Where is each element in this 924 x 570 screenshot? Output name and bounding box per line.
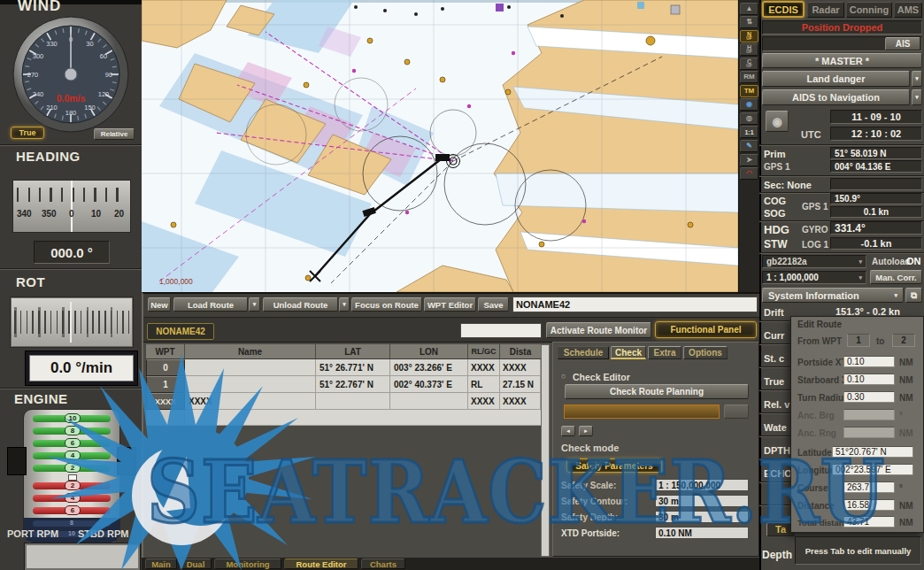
scale-1to1-button[interactable]: 1:1 (740, 126, 758, 138)
lon-cell[interactable]: 003° 23.266' E (390, 359, 468, 376)
dist-cell[interactable]: 27.15 N (500, 376, 541, 393)
master-button[interactable]: * MASTER * (762, 53, 922, 68)
lat-cell[interactable]: 51° 26.771' N (316, 359, 390, 376)
route-tab-noname42[interactable]: NONAME42 (147, 323, 214, 340)
to-wpt-field[interactable]: 2 (892, 334, 915, 347)
name-cell[interactable] (185, 359, 316, 376)
tab-dual[interactable]: Dual (180, 558, 212, 569)
longitude-field[interactable]: 002°23.597' E (832, 464, 913, 475)
range-ring-button[interactable]: ◎ (740, 112, 758, 125)
dist-cell[interactable]: XXXX (500, 359, 541, 376)
distance-field[interactable]: 16.58 (843, 499, 895, 511)
table-row[interactable]: 0 51° 26.771' N 003° 23.266' E XXXX XXXX (146, 359, 541, 376)
route-icon[interactable]: ▲ (740, 3, 758, 15)
man-corr-button[interactable]: Man. Corr. (870, 270, 922, 284)
north-up-button[interactable]: NUP (740, 30, 758, 42)
check-progress-side-button[interactable] (724, 404, 749, 419)
table-row[interactable]: 1 51° 22.767' N 002° 40.373' E RL 27.15 … (146, 376, 541, 393)
relative-motion-button[interactable]: RM (740, 71, 758, 83)
turn-radius-field[interactable]: 0.30 (843, 391, 895, 403)
latitude-field[interactable]: 51°20.767' N (832, 446, 913, 458)
wpt-number-cell[interactable]: 0 (146, 359, 185, 376)
unload-route-button[interactable]: Unload Route (263, 297, 338, 312)
col-header-lat[interactable]: LAT (316, 344, 390, 359)
focus-on-route-button[interactable]: Focus on Route (351, 297, 422, 312)
safety-contour-value[interactable]: 30 m (655, 495, 749, 507)
table-row[interactable]: XXXX XXXX XXXX XXXX (146, 393, 541, 410)
load-route-button[interactable]: Load Route (173, 297, 248, 312)
updown-arrows-icon[interactable]: ⇅ (740, 16, 758, 28)
tab-charts[interactable]: Charts (361, 558, 405, 569)
nautical-chart[interactable]: 1,000,000 (142, 0, 738, 292)
system-information-button[interactable]: System Information ▾ (762, 288, 904, 303)
true-motion-button[interactable]: TM (740, 85, 758, 97)
rlgc-cell[interactable]: XXXX (468, 359, 500, 376)
wind-relative-button[interactable]: Relative (94, 128, 135, 140)
table-scrollbar[interactable] (541, 344, 550, 557)
lon-cell[interactable] (390, 393, 468, 410)
safety-parameters-button[interactable]: Safety Parameters (566, 458, 662, 473)
wpt-number-cell[interactable]: XXXX (146, 393, 185, 410)
functional-panel-button[interactable]: Functional Panel (655, 321, 757, 338)
chart-scale-select[interactable]: 1 : 1,000,000 ▾ (762, 271, 866, 284)
name-cell[interactable]: XXXX (185, 393, 316, 410)
save-route-button[interactable]: Save (478, 297, 509, 312)
starboard-xtd-field[interactable]: 0.10 (843, 374, 895, 385)
total-distance-field[interactable]: 43.71 (843, 516, 895, 528)
land-danger-button[interactable]: Land danger (762, 71, 910, 87)
col-header-dist[interactable]: Dista (500, 344, 541, 359)
course-up-button[interactable]: CUP (740, 58, 758, 70)
autoload-state[interactable]: ON (906, 256, 921, 266)
wpt-number-cell[interactable]: 1 (146, 376, 185, 393)
safety-scale-value[interactable]: 1 : 150,000,000 (655, 479, 749, 491)
lon-cell[interactable]: 002° 40.373' E (390, 376, 468, 393)
unload-route-dropdown[interactable]: ▾ (339, 297, 350, 312)
route-name-input[interactable] (512, 297, 758, 312)
lat-cell[interactable]: 51° 22.767' N (316, 376, 390, 393)
chart-id-select[interactable]: gb22182a ▾ (762, 255, 866, 268)
check-editor-radio[interactable]: ○ (561, 372, 566, 381)
tab-ecdis[interactable]: ECDIS (762, 1, 805, 18)
aids-to-navigation-dropdown[interactable]: ▾ (912, 89, 922, 105)
prev-check-button[interactable]: ◄ (561, 426, 575, 436)
rlgc-cell[interactable]: RL (468, 376, 500, 393)
tab-route-editor[interactable]: Route Editor (284, 558, 358, 569)
route-comment-field[interactable] (460, 323, 542, 338)
next-check-button[interactable]: ► (579, 426, 593, 436)
col-header-rlgc[interactable]: RL/GC (468, 344, 500, 359)
portside-xtd-field[interactable]: 0.10 (843, 356, 895, 367)
xtd-portside-value[interactable]: 0.10 NM (655, 527, 749, 539)
wpt-editor-button[interactable]: WPT Editor (424, 297, 476, 312)
check-route-planning-button[interactable]: Check Route Planning (565, 384, 749, 399)
col-header-wpt[interactable]: WPT (146, 344, 185, 359)
ais-button[interactable]: AIS (885, 37, 920, 50)
tab-radar[interactable]: Radar (807, 2, 844, 18)
tab-check[interactable]: Check (611, 346, 646, 359)
tab-main[interactable]: Main (145, 558, 177, 569)
col-header-lon[interactable]: LON (390, 344, 468, 359)
safety-depth-value[interactable]: 30 m (655, 511, 749, 523)
wind-true-button[interactable]: True (11, 127, 44, 139)
tab-schedule[interactable]: Schedule (558, 346, 609, 359)
edit-pencil-button[interactable]: ✎ (740, 140, 758, 152)
tab-ams[interactable]: AMS (894, 2, 922, 18)
tab-conning[interactable]: Conning (846, 2, 892, 18)
tab-extra[interactable]: Extra (648, 346, 681, 359)
course-field[interactable]: 263.7 (843, 481, 895, 493)
lat-cell[interactable] (316, 393, 390, 410)
rlgc-cell[interactable]: XXXX (468, 393, 500, 410)
center-on-ship-button[interactable]: ◉ (740, 98, 758, 111)
alert-position-dropped[interactable]: Position Dropped (762, 20, 922, 35)
new-route-button[interactable]: New (148, 297, 171, 312)
col-header-name[interactable]: Name (185, 344, 316, 359)
tab-monitoring[interactable]: Monitoring (214, 558, 281, 569)
from-wpt-field[interactable]: 1 (847, 334, 870, 347)
tab-options[interactable]: Options (683, 346, 728, 359)
select-cursor-button[interactable]: ➤ (740, 154, 758, 166)
ahead-mode-button[interactable]: ◠ (740, 167, 758, 180)
aids-to-navigation-button[interactable]: AIDS to Navigation (762, 89, 910, 105)
system-panel-icon-button[interactable]: ⧉ (905, 288, 922, 303)
name-cell[interactable] (185, 376, 316, 393)
load-route-dropdown[interactable]: ▾ (249, 297, 260, 312)
head-up-button[interactable]: HUP (740, 43, 758, 56)
